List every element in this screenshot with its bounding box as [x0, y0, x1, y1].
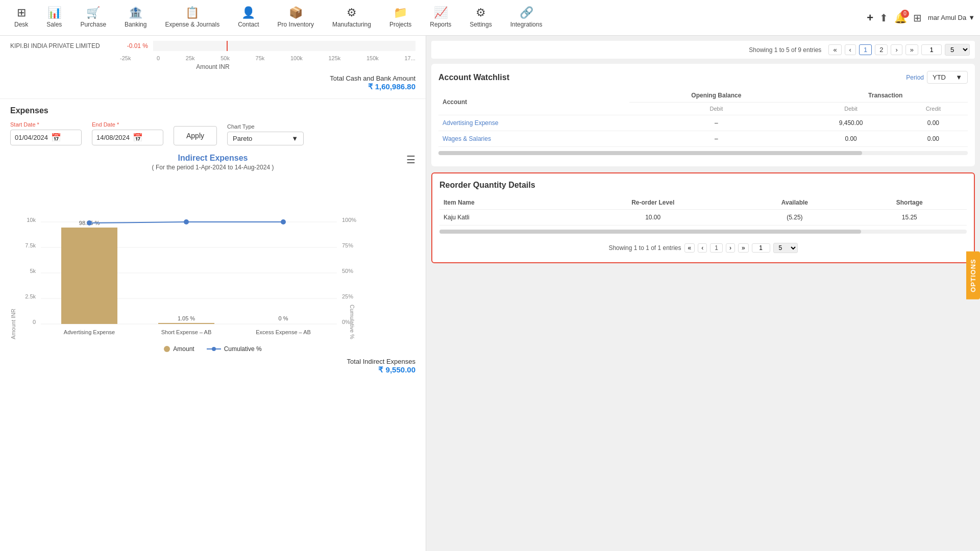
- first-page-button[interactable]: «: [828, 44, 841, 55]
- y-axis-label: Amount INR: [10, 309, 16, 339]
- total-indirect-amount: ₹ 9,550.00: [378, 365, 415, 374]
- reorder-level-1: 10.00: [569, 210, 737, 226]
- period-value: YTD: [933, 73, 946, 81]
- nav-settings-label: Settings: [470, 21, 492, 28]
- reorder-page-1[interactable]: 1: [710, 243, 723, 253]
- integrations-icon: 🔗: [520, 6, 533, 19]
- reorder-item-1: Kaju Katli: [439, 210, 569, 226]
- prev-page-button[interactable]: ‹: [845, 44, 856, 55]
- watchlist-scrollbar[interactable]: [438, 151, 968, 155]
- legend-amount: Amount: [164, 345, 194, 353]
- svg-text:25%: 25%: [342, 293, 353, 299]
- reports-icon: 📈: [434, 6, 448, 19]
- reorder-scrollbar[interactable]: [439, 230, 967, 234]
- nav-projects[interactable]: 📁 Projects: [380, 0, 421, 36]
- nav-expense-journals[interactable]: 📋 Expense & Journals: [156, 0, 229, 36]
- end-date-calendar-icon[interactable]: 📅: [133, 133, 143, 142]
- user-menu[interactable]: mar Amul Da ▼: [928, 14, 975, 21]
- nav-projects-label: Projects: [389, 21, 411, 28]
- right-y-axis-label: Cumulative %: [349, 305, 355, 339]
- col-debit-sub: Debit: [629, 103, 803, 115]
- svg-text:1.05 %: 1.05 %: [178, 315, 195, 321]
- page-2[interactable]: 2: [875, 44, 888, 55]
- nav-desk[interactable]: ⊞ Desk: [5, 0, 37, 36]
- nav-pro-inventory[interactable]: 📦 Pro Inventory: [268, 0, 323, 36]
- x-tick-3: 25k: [186, 55, 195, 61]
- end-date-label: End Date *: [92, 121, 163, 128]
- top-nav: ⊞ Desk 📊 Sales 🛒 Purchase 🏦 Banking 📋 Ex…: [0, 0, 980, 36]
- reorder-page-jump[interactable]: [752, 243, 770, 253]
- nav-contact[interactable]: 👤 Contact: [229, 0, 268, 36]
- period-select-wrap: Period YTD ▼: [906, 71, 968, 84]
- nav-purchase[interactable]: 🛒 Purchase: [71, 0, 115, 36]
- next-page-button[interactable]: ›: [891, 44, 902, 55]
- chart-type-select[interactable]: Pareto ▼: [227, 132, 304, 145]
- credit-1: 0.00: [899, 115, 968, 131]
- cash-bar: [153, 41, 415, 51]
- reorder-scrollbar-thumb: [439, 230, 861, 234]
- reorder-available-1: (5.25): [737, 210, 852, 226]
- reorder-showing-text: Showing 1 to 1 of 1 entries: [608, 244, 681, 252]
- nav-reports[interactable]: 📈 Reports: [421, 0, 460, 36]
- page-1[interactable]: 1: [859, 44, 872, 55]
- end-date-input[interactable]: 14/08/2024 📅: [92, 130, 163, 145]
- nav-settings[interactable]: ⚙ Settings: [460, 0, 501, 36]
- nav-expense-label: Expense & Journals: [165, 21, 219, 28]
- add-button[interactable]: +: [867, 11, 873, 24]
- nav-items: ⊞ Desk 📊 Sales 🛒 Purchase 🏦 Banking 📋 Ex…: [5, 0, 867, 36]
- reorder-page-size[interactable]: 5 10 25: [773, 243, 798, 253]
- nav-purchase-label: Purchase: [80, 21, 106, 28]
- right-panel: Showing 1 to 5 of 9 entries « ‹ 1 2 › » …: [426, 36, 980, 551]
- options-tab[interactable]: OPTIONS: [966, 252, 980, 299]
- reorder-card: Reorder Quantity Details Item Name Re-or…: [431, 172, 975, 263]
- x-axis-label: Amount INR: [10, 63, 415, 70]
- page-size-select[interactable]: 5 10 25: [945, 44, 970, 56]
- last-page-button[interactable]: »: [905, 44, 918, 55]
- apply-button[interactable]: Apply: [174, 126, 217, 145]
- reorder-next-page[interactable]: ›: [726, 243, 735, 253]
- x-tick-9: 17...: [404, 55, 415, 61]
- svg-point-22: [212, 347, 216, 351]
- legend-cumulative: Cumulative %: [207, 345, 262, 353]
- bar-advertising: [61, 228, 117, 324]
- total-indirect-label: Total Indirect Expenses: [347, 358, 415, 365]
- nav-reports-label: Reports: [430, 21, 451, 28]
- reorder-last-page[interactable]: »: [738, 243, 749, 253]
- account-link-1[interactable]: Advertising Expense: [443, 119, 498, 127]
- start-date-input[interactable]: 01/04/2024 📅: [10, 130, 82, 145]
- nav-desk-label: Desk: [14, 21, 28, 28]
- svg-text:0 %: 0 %: [279, 315, 288, 321]
- notification-button[interactable]: 🔔 0: [894, 12, 907, 24]
- reorder-prev-page[interactable]: ‹: [698, 243, 707, 253]
- nav-banking-label: Banking: [125, 21, 146, 28]
- main-content: KIPI.BI INDIA PRIVATE LIMITED -0.01 % -2…: [0, 36, 980, 551]
- company-percent: -0.01 %: [117, 42, 148, 49]
- nav-integrations[interactable]: 🔗 Integrations: [501, 0, 552, 36]
- period-dropdown[interactable]: YTD ▼: [927, 71, 968, 84]
- nav-sales-label: Sales: [46, 21, 62, 28]
- import-button[interactable]: ⬆: [879, 12, 888, 24]
- chart-type-value: Pareto: [233, 135, 252, 142]
- svg-text:5k: 5k: [30, 268, 36, 274]
- nav-banking[interactable]: 🏦 Banking: [115, 0, 156, 36]
- cum-dot-2: [184, 219, 189, 224]
- reorder-first-page[interactable]: «: [684, 243, 695, 253]
- nav-manufacturing[interactable]: ⚙ Manufacturing: [323, 0, 380, 36]
- x-tick-5: 75k: [256, 55, 265, 61]
- x-tick-8: 150k: [366, 55, 379, 61]
- watchlist-scrollbar-thumb: [438, 151, 862, 155]
- col-account: Account: [438, 89, 629, 115]
- banking-icon: 🏦: [129, 6, 142, 19]
- chart-menu-button[interactable]: ☰: [406, 154, 415, 166]
- page-jump-input[interactable]: [921, 44, 942, 55]
- grid-button[interactable]: ⊞: [913, 12, 922, 24]
- start-date-calendar-icon[interactable]: 📅: [51, 133, 61, 142]
- svg-text:2.5k: 2.5k: [25, 293, 36, 299]
- opening-2: –: [629, 131, 803, 147]
- nav-sales[interactable]: 📊 Sales: [37, 0, 71, 36]
- start-date-label: Start Date *: [10, 121, 82, 128]
- end-date-group: End Date * 14/08/2024 📅: [92, 121, 163, 145]
- account-link-2[interactable]: Wages & Salaries: [443, 135, 491, 142]
- left-panel: KIPI.BI INDIA PRIVATE LIMITED -0.01 % -2…: [0, 36, 426, 551]
- chart-wrapper: ☰ Indirect Expenses ( For the period 1-A…: [10, 154, 415, 353]
